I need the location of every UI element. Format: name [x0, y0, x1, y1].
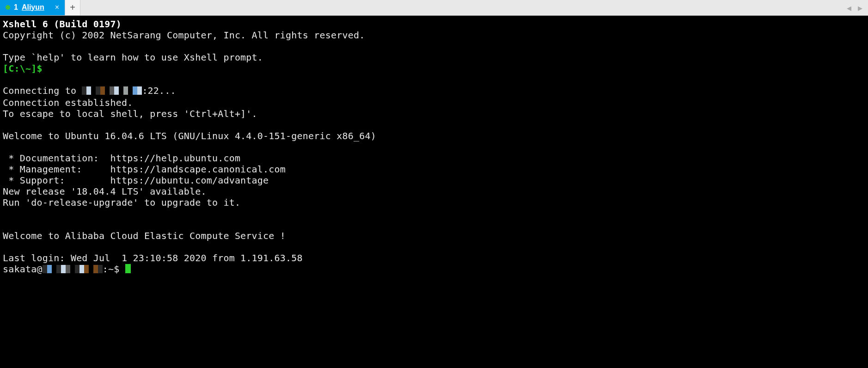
app-header: Xshell 6 (Build 0197): [3, 18, 122, 30]
last-login: Last login: Wed Jul 1 23:10:58 2020 from…: [3, 252, 303, 264]
cursor-icon: [125, 264, 131, 273]
new-release-line: New release '18.04.4 LTS' available.: [3, 186, 207, 197]
help-hint: Type `help' to learn how to use Xshell p…: [3, 52, 263, 63]
tab-aliyun[interactable]: 1 Aliyun ×: [0, 0, 65, 15]
connection-status-dot-icon: [6, 5, 10, 10]
support-link-line: * Support: https://ubuntu.com/advantage: [3, 175, 269, 186]
tab-scroll-right-icon[interactable]: ▸: [856, 1, 864, 14]
local-prompt: [C:\~]$: [3, 63, 43, 74]
doc-link-line: * Documentation: https://help.ubuntu.com: [3, 153, 240, 164]
tab-scroll-left-icon[interactable]: ◂: [845, 1, 853, 14]
redacted-host-icon: [82, 86, 142, 97]
welcome-ecs: Welcome to Alibaba Cloud Elastic Compute…: [3, 230, 286, 241]
connecting-prefix: Connecting to: [3, 85, 82, 96]
tab-bar: 1 Aliyun × + ◂ ▸: [0, 0, 868, 16]
redacted-hostname-icon: [43, 264, 103, 276]
tab-index: 1: [14, 3, 18, 12]
tab-scroll-controls: ◂ ▸: [845, 0, 868, 15]
management-link-line: * Management: https://landscape.canonica…: [3, 164, 286, 175]
remote-prompt-user: sakata@: [3, 264, 43, 275]
copyright-line: Copyright (c) 2002 NetSarang Computer, I…: [3, 30, 365, 41]
upgrade-hint-line: Run 'do-release-upgrade' to upgrade to i…: [3, 197, 240, 208]
connection-established: Connection established.: [3, 97, 133, 108]
tab-close-icon[interactable]: ×: [54, 3, 60, 12]
welcome-os: Welcome to Ubuntu 16.04.6 LTS (GNU/Linux…: [3, 130, 376, 141]
terminal-output[interactable]: Xshell 6 (Build 0197) Copyright (c) 2002…: [0, 16, 868, 368]
remote-prompt-suffix: :~$: [103, 264, 125, 275]
escape-hint: To escape to local shell, press 'Ctrl+Al…: [3, 108, 257, 119]
new-tab-button[interactable]: +: [65, 0, 80, 15]
tab-title: Aliyun: [22, 3, 50, 12]
connecting-suffix: :22...: [142, 85, 176, 96]
